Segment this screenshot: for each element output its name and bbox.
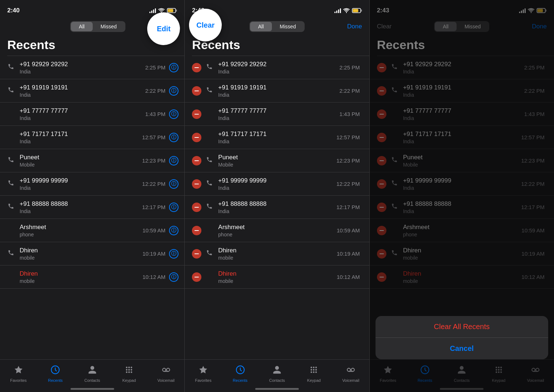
delete-icon[interactable] [192,179,201,189]
delete-icon[interactable] [192,203,201,212]
phone-icon [7,203,15,211]
call-time: 10:12 AM [142,274,165,280]
favorites-tab-icon [14,365,23,377]
call-name: +91 77777 77777 [218,107,339,115]
call-list: +91 92929 29292 India 2:25 PM +91 91919 … [185,56,369,359]
call-item[interactable]: Dhiren mobile 10:19 AM [185,242,369,265]
recents-tab[interactable]: Recents [222,363,258,385]
segment-all[interactable]: All [71,22,93,31]
segment-all[interactable]: All [250,22,272,31]
call-item[interactable]: +91 71717 17171 India 12:57 PM ⓘ [0,126,184,149]
call-item[interactable]: +91 77777 77777 India 1:43 PM ⓘ [0,103,184,126]
info-button[interactable]: ⓘ [169,272,178,282]
call-item[interactable]: Puneet Mobile 12:23 PM [185,149,369,172]
call-item[interactable]: Dhiren mobile 10:19 AM ⓘ [0,242,184,265]
call-item[interactable]: +91 92929 29292 India 2:25 PM [185,56,369,79]
call-time: 10:12 AM [337,274,360,280]
info-button[interactable]: ⓘ [169,226,178,235]
phone-icon [7,180,15,188]
call-info: Puneet Mobile [20,153,142,168]
call-item[interactable]: Dhiren mobile 10:12 AM ⓘ [0,265,184,289]
call-time: 10:59 AM [142,227,165,233]
voicemail-tab[interactable]: Voicemail [148,363,184,385]
done-button[interactable]: Done [347,23,362,30]
call-subtitle: India [20,69,145,75]
call-subtitle: India [218,115,339,121]
segment-missed[interactable]: Missed [93,22,125,31]
call-name: +91 91919 19191 [20,84,145,92]
call-item[interactable]: +91 91919 19191 India 2:22 PM [185,79,369,103]
delete-icon[interactable] [192,226,201,235]
call-time: 1:43 PM [145,111,165,117]
call-item[interactable]: +91 88888 88888 India 12:17 PM [185,196,369,219]
info-button[interactable]: ⓘ [169,203,178,212]
favorites-tab-label: Favorites [195,378,211,383]
recents-tab-icon [51,365,60,377]
svg-point-23 [311,369,312,370]
tab-bar: Favorites Recents Contacts Keypad Voicem… [185,359,369,392]
call-item[interactable]: Puneet Mobile 12:23 PM ⓘ [0,149,184,172]
svg-rect-18 [361,9,362,12]
call-name: +91 77777 77777 [20,107,145,115]
call-time: 12:23 PM [336,157,360,164]
svg-point-24 [313,369,314,370]
phone-icon [206,63,213,72]
call-item[interactable]: +91 99999 99999 India 12:22 PM [185,172,369,196]
keypad-tab[interactable]: Keypad [296,363,332,385]
voicemail-tab[interactable]: Voicemail [332,363,369,385]
info-button[interactable]: ⓘ [169,63,178,72]
call-time: 10:19 AM [142,251,165,257]
call-info: +91 99999 99999 India [20,177,142,191]
delete-icon[interactable] [192,156,201,165]
call-item[interactable]: +91 71717 17171 India 12:57 PM [185,126,369,149]
clear-all-recents-button[interactable]: Clear All Recents [376,316,548,338]
info-button[interactable]: ⓘ [169,179,178,189]
call-item[interactable]: +91 88888 88888 India 12:17 PM ⓘ [0,196,184,219]
call-item[interactable]: +91 92929 29292 India 2:25 PM ⓘ [0,56,184,79]
delete-icon[interactable] [192,109,201,119]
cancel-button[interactable]: Cancel [376,338,548,359]
contacts-tab[interactable]: Contacts [74,363,111,385]
status-time: 2:40 [7,7,20,14]
call-item[interactable]: +91 99999 99999 India 12:22 PM ⓘ [0,172,184,196]
favorites-tab[interactable]: Favorites [185,363,221,385]
svg-point-4 [126,367,127,368]
delete-icon[interactable] [192,133,201,142]
call-info: Dhiren mobile [218,270,337,284]
edit-bubble[interactable]: Edit [147,12,180,45]
info-button[interactable]: ⓘ [169,249,178,259]
keypad-tab-label: Keypad [307,378,321,383]
delete-icon[interactable] [192,249,201,259]
info-button[interactable]: ⓘ [169,86,178,96]
svg-point-12 [131,371,132,373]
call-info: Dhiren mobile [20,270,142,284]
delete-icon[interactable] [192,86,201,96]
keypad-tab[interactable]: Keypad [111,363,147,385]
favorites-tab-icon [198,365,208,377]
info-button[interactable]: ⓘ [169,156,178,165]
delete-icon[interactable] [192,272,201,282]
info-button[interactable]: ⓘ [169,109,178,119]
call-item[interactable]: Arshmeet phone 10:59 AM ⓘ [0,219,184,242]
contacts-tab-icon [272,365,282,377]
clear-bubble[interactable]: Clear [189,9,222,41]
call-item[interactable]: +91 91919 19191 India 2:22 PM ⓘ [0,79,184,103]
call-subtitle: India [20,92,145,98]
phone-icon [7,63,15,72]
keypad-tab-label: Keypad [122,378,136,383]
info-button[interactable]: ⓘ [169,133,178,142]
contacts-tab[interactable]: Contacts [258,363,295,385]
call-item[interactable]: +91 77777 77777 India 1:43 PM [185,103,369,126]
call-time: 12:57 PM [142,134,165,140]
call-item[interactable]: Dhiren mobile 10:12 AM [185,265,369,289]
svg-point-11 [128,371,130,373]
svg-point-26 [311,371,312,373]
recents-tab[interactable]: Recents [37,363,73,385]
segment-missed[interactable]: Missed [272,22,304,31]
delete-icon[interactable] [192,63,201,72]
call-item[interactable]: Arshmeet phone 10:59 AM [185,219,369,242]
favorites-tab[interactable]: Favorites [0,363,37,385]
call-subtitle: India [20,208,142,214]
call-info: Arshmeet phone [20,223,142,237]
call-subtitle: Mobile [218,162,336,168]
